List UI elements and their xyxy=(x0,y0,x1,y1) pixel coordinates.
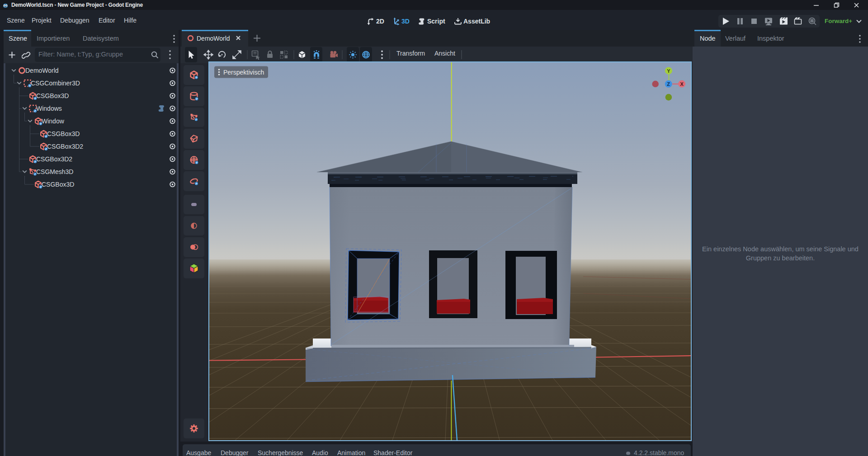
svg-text:X: X xyxy=(680,81,684,87)
svg-text:Y: Y xyxy=(667,68,670,74)
svg-text:Z: Z xyxy=(667,81,670,87)
svg-text:Perspektivisch: Perspektivisch xyxy=(223,69,264,76)
